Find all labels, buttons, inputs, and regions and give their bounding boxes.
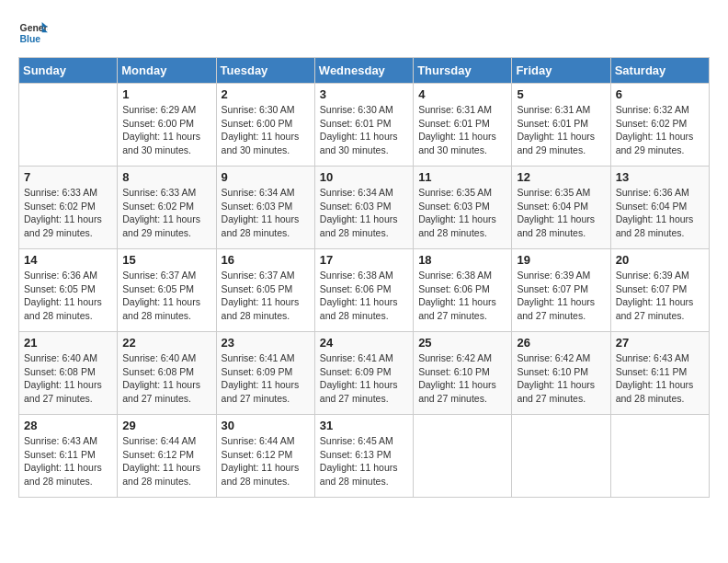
calendar-cell: 20Sunrise: 6:39 AMSunset: 6:07 PMDayligh…: [610, 249, 709, 332]
day-info: Sunrise: 6:34 AMSunset: 6:03 PMDaylight:…: [222, 186, 310, 240]
day-info: Sunrise: 6:36 AMSunset: 6:05 PMDaylight:…: [24, 269, 112, 323]
calendar-cell: 9Sunrise: 6:34 AMSunset: 6:03 PMDaylight…: [216, 167, 314, 249]
day-number: 23: [222, 336, 310, 350]
day-number: 12: [517, 170, 605, 184]
calendar-cell: [414, 415, 512, 498]
day-number: 24: [320, 336, 408, 350]
calendar-cell: 10Sunrise: 6:34 AMSunset: 6:03 PMDayligh…: [314, 167, 413, 249]
calendar-cell: 8Sunrise: 6:33 AMSunset: 6:02 PMDaylight…: [118, 167, 216, 249]
calendar-cell: 14Sunrise: 6:36 AMSunset: 6:05 PMDayligh…: [19, 249, 118, 332]
calendar-cell: 18Sunrise: 6:38 AMSunset: 6:06 PMDayligh…: [414, 249, 512, 332]
day-number: 13: [616, 170, 704, 184]
calendar-body: 1Sunrise: 6:29 AMSunset: 6:00 PMDaylight…: [19, 84, 710, 498]
calendar-cell: 27Sunrise: 6:43 AMSunset: 6:11 PMDayligh…: [610, 332, 709, 415]
weekday-header-sunday: Sunday: [19, 58, 118, 84]
day-info: Sunrise: 6:30 AMSunset: 6:00 PMDaylight:…: [222, 103, 310, 157]
day-number: 25: [418, 336, 506, 350]
calendar-cell: 15Sunrise: 6:37 AMSunset: 6:05 PMDayligh…: [118, 249, 216, 332]
calendar-cell: 7Sunrise: 6:33 AMSunset: 6:02 PMDaylight…: [19, 167, 118, 249]
day-info: Sunrise: 6:36 AMSunset: 6:04 PMDaylight:…: [616, 186, 704, 240]
day-info: Sunrise: 6:41 AMSunset: 6:09 PMDaylight:…: [222, 351, 310, 406]
day-number: 29: [122, 419, 210, 432]
day-info: Sunrise: 6:42 AMSunset: 6:10 PMDaylight:…: [517, 351, 605, 406]
calendar-week-4: 21Sunrise: 6:40 AMSunset: 6:08 PMDayligh…: [19, 332, 710, 415]
day-info: Sunrise: 6:33 AMSunset: 6:02 PMDaylight:…: [122, 186, 210, 240]
weekday-header-tuesday: Tuesday: [216, 58, 314, 84]
day-info: Sunrise: 6:35 AMSunset: 6:03 PMDaylight:…: [418, 186, 506, 240]
calendar-cell: 28Sunrise: 6:43 AMSunset: 6:11 PMDayligh…: [19, 415, 118, 498]
day-number: 9: [222, 170, 310, 184]
calendar-cell: 23Sunrise: 6:41 AMSunset: 6:09 PMDayligh…: [216, 332, 314, 415]
day-info: Sunrise: 6:45 AMSunset: 6:13 PMDaylight:…: [320, 434, 408, 488]
day-info: Sunrise: 6:42 AMSunset: 6:10 PMDaylight:…: [418, 351, 506, 406]
calendar-cell: 3Sunrise: 6:30 AMSunset: 6:01 PMDaylight…: [314, 84, 413, 167]
day-info: Sunrise: 6:33 AMSunset: 6:02 PMDaylight:…: [24, 186, 112, 240]
day-info: Sunrise: 6:37 AMSunset: 6:05 PMDaylight:…: [222, 269, 310, 323]
calendar-table: SundayMondayTuesdayWednesdayThursdayFrid…: [18, 57, 710, 498]
day-info: Sunrise: 6:35 AMSunset: 6:04 PMDaylight:…: [517, 186, 605, 240]
logo-icon: General Blue: [18, 18, 48, 48]
calendar-cell: 16Sunrise: 6:37 AMSunset: 6:05 PMDayligh…: [216, 249, 314, 332]
day-number: 2: [222, 87, 310, 101]
day-info: Sunrise: 6:40 AMSunset: 6:08 PMDaylight:…: [122, 351, 210, 406]
calendar-cell: 29Sunrise: 6:44 AMSunset: 6:12 PMDayligh…: [118, 415, 216, 498]
day-info: Sunrise: 6:43 AMSunset: 6:11 PMDaylight:…: [24, 434, 112, 488]
calendar-cell: 12Sunrise: 6:35 AMSunset: 6:04 PMDayligh…: [512, 167, 610, 249]
day-number: 26: [517, 336, 605, 350]
day-number: 19: [517, 253, 605, 267]
calendar-cell: 30Sunrise: 6:44 AMSunset: 6:12 PMDayligh…: [216, 415, 314, 498]
calendar-week-5: 28Sunrise: 6:43 AMSunset: 6:11 PMDayligh…: [19, 415, 710, 498]
day-number: 22: [122, 336, 210, 350]
calendar-cell: 19Sunrise: 6:39 AMSunset: 6:07 PMDayligh…: [512, 249, 610, 332]
day-number: 5: [517, 87, 605, 101]
calendar-cell: 25Sunrise: 6:42 AMSunset: 6:10 PMDayligh…: [414, 332, 512, 415]
day-info: Sunrise: 6:31 AMSunset: 6:01 PMDaylight:…: [418, 103, 506, 157]
day-info: Sunrise: 6:43 AMSunset: 6:11 PMDaylight:…: [616, 351, 704, 406]
day-info: Sunrise: 6:32 AMSunset: 6:02 PMDaylight:…: [616, 103, 704, 157]
day-info: Sunrise: 6:44 AMSunset: 6:12 PMDaylight:…: [122, 434, 210, 488]
day-number: 20: [616, 253, 704, 267]
calendar-cell: 21Sunrise: 6:40 AMSunset: 6:08 PMDayligh…: [19, 332, 118, 415]
day-info: Sunrise: 6:31 AMSunset: 6:01 PMDaylight:…: [517, 103, 605, 157]
day-number: 18: [418, 253, 506, 267]
day-info: Sunrise: 6:38 AMSunset: 6:06 PMDaylight:…: [320, 269, 408, 323]
calendar-header-row: SundayMondayTuesdayWednesdayThursdayFrid…: [19, 58, 710, 84]
calendar-week-2: 7Sunrise: 6:33 AMSunset: 6:02 PMDaylight…: [19, 167, 710, 249]
logo: General Blue: [18, 18, 48, 48]
calendar-cell: 17Sunrise: 6:38 AMSunset: 6:06 PMDayligh…: [314, 249, 413, 332]
calendar-cell: [610, 415, 709, 498]
weekday-header-wednesday: Wednesday: [314, 58, 413, 84]
calendar-cell: 11Sunrise: 6:35 AMSunset: 6:03 PMDayligh…: [414, 167, 512, 249]
day-number: 30: [222, 419, 310, 432]
day-info: Sunrise: 6:40 AMSunset: 6:08 PMDaylight:…: [24, 351, 112, 406]
day-number: 10: [320, 170, 408, 184]
day-number: 27: [616, 336, 704, 350]
day-number: 3: [320, 87, 408, 101]
day-info: Sunrise: 6:30 AMSunset: 6:01 PMDaylight:…: [320, 103, 408, 157]
day-number: 14: [24, 253, 112, 267]
page-header: General Blue: [18, 18, 710, 48]
calendar-cell: 13Sunrise: 6:36 AMSunset: 6:04 PMDayligh…: [610, 167, 709, 249]
calendar-cell: 1Sunrise: 6:29 AMSunset: 6:00 PMDaylight…: [118, 84, 216, 167]
day-info: Sunrise: 6:34 AMSunset: 6:03 PMDaylight:…: [320, 186, 408, 240]
calendar-cell: [19, 84, 118, 167]
day-info: Sunrise: 6:39 AMSunset: 6:07 PMDaylight:…: [616, 269, 704, 323]
calendar-cell: 4Sunrise: 6:31 AMSunset: 6:01 PMDaylight…: [414, 84, 512, 167]
day-number: 7: [24, 170, 112, 184]
day-number: 11: [418, 170, 506, 184]
day-number: 17: [320, 253, 408, 267]
day-number: 15: [122, 253, 210, 267]
day-number: 16: [222, 253, 310, 267]
calendar-week-3: 14Sunrise: 6:36 AMSunset: 6:05 PMDayligh…: [19, 249, 710, 332]
calendar-week-1: 1Sunrise: 6:29 AMSunset: 6:00 PMDaylight…: [19, 84, 710, 167]
day-info: Sunrise: 6:38 AMSunset: 6:06 PMDaylight:…: [418, 269, 506, 323]
day-number: 31: [320, 419, 408, 432]
calendar-cell: 26Sunrise: 6:42 AMSunset: 6:10 PMDayligh…: [512, 332, 610, 415]
svg-text:Blue: Blue: [20, 34, 41, 44]
day-info: Sunrise: 6:29 AMSunset: 6:00 PMDaylight:…: [122, 103, 210, 157]
weekday-header-friday: Friday: [512, 58, 610, 84]
calendar-cell: 5Sunrise: 6:31 AMSunset: 6:01 PMDaylight…: [512, 84, 610, 167]
day-number: 21: [24, 336, 112, 350]
day-number: 6: [616, 87, 704, 101]
calendar-cell: 2Sunrise: 6:30 AMSunset: 6:00 PMDaylight…: [216, 84, 314, 167]
